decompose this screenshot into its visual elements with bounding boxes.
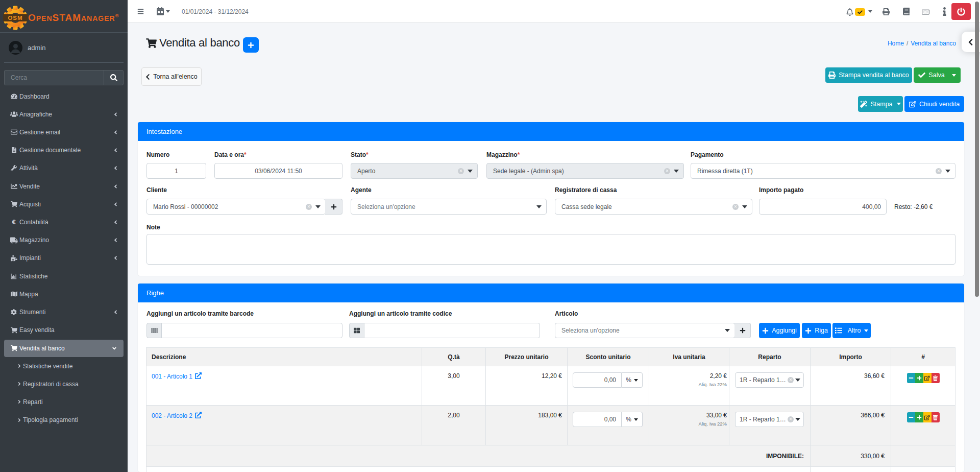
svg-text:OSM: OSM xyxy=(8,15,22,21)
